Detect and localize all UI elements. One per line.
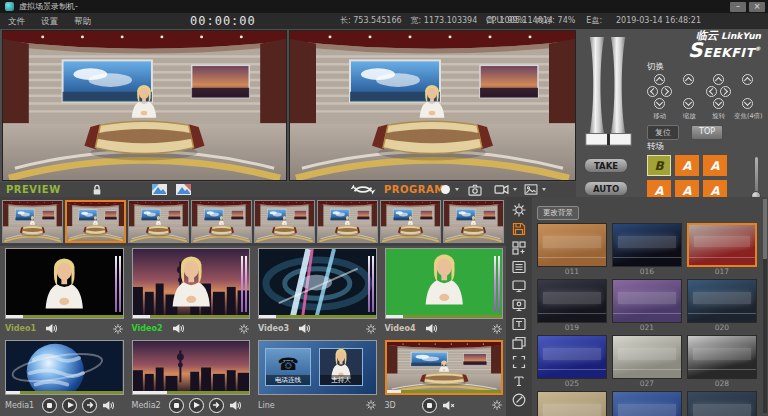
dpad-down-button[interactable] xyxy=(683,98,694,109)
record-icon[interactable] xyxy=(440,182,459,197)
scene-thumb-p10[interactable] xyxy=(612,391,682,416)
speaker-icon[interactable] xyxy=(298,323,311,334)
preset-thumb-2[interactable] xyxy=(65,200,126,243)
scene-thumb-021[interactable]: 021 xyxy=(612,279,682,333)
preset-thumb-4[interactable] xyxy=(191,200,252,243)
Media2-thumbnail[interactable] xyxy=(132,340,251,395)
dpad-up-button[interactable] xyxy=(713,74,724,85)
gear-icon[interactable] xyxy=(491,399,503,411)
Media1-thumbnail[interactable] xyxy=(5,340,124,395)
speaker-icon[interactable] xyxy=(425,323,438,334)
3D-thumbnail[interactable] xyxy=(385,340,504,395)
gear-icon[interactable] xyxy=(238,323,250,335)
preset-thumb-5[interactable] xyxy=(254,200,315,243)
scene-thumb-025[interactable]: 025 xyxy=(537,335,607,389)
next-icon[interactable] xyxy=(209,398,224,413)
dpad-left-button[interactable] xyxy=(647,86,658,97)
scene-thumb-028[interactable]: 028 xyxy=(687,335,757,389)
auto-button[interactable]: AUTO xyxy=(584,181,628,196)
preset-thumb-3[interactable] xyxy=(128,200,189,243)
dpad-right-button[interactable] xyxy=(720,86,731,97)
layers-icon[interactable] xyxy=(510,334,528,351)
top-button[interactable]: TOP xyxy=(691,125,723,140)
take-button[interactable]: TAKE xyxy=(584,158,628,173)
camera-icon[interactable] xyxy=(468,182,482,197)
stop-icon[interactable] xyxy=(169,398,184,413)
change-background-button[interactable]: 更改背景 xyxy=(537,206,579,220)
menu-item-2[interactable]: 帮助 xyxy=(74,13,91,29)
dpad-down-button[interactable] xyxy=(654,98,665,109)
picture-icon[interactable] xyxy=(524,182,546,197)
speaker-icon[interactable] xyxy=(229,400,242,411)
program-monitor[interactable] xyxy=(289,30,576,181)
monitor-icon[interactable] xyxy=(510,277,528,294)
transition-button-2[interactable]: A xyxy=(703,155,727,176)
speaker-icon[interactable] xyxy=(45,323,58,334)
transition-button-0[interactable]: B xyxy=(647,155,671,176)
minimize-button[interactable]: – xyxy=(730,2,746,12)
fader-column: TAKE AUTO xyxy=(577,29,639,197)
dpad-up-button[interactable] xyxy=(742,74,753,85)
t-bar-fader[interactable] xyxy=(580,37,636,149)
wipe-b-icon[interactable] xyxy=(176,182,191,197)
lock-icon[interactable] xyxy=(92,182,102,197)
pen-icon[interactable] xyxy=(510,391,528,408)
scene-thumb-020[interactable]: 020 xyxy=(687,279,757,333)
preset-thumb-6[interactable] xyxy=(317,200,378,243)
Video2-thumbnail[interactable] xyxy=(132,248,251,319)
dpad-left-button[interactable] xyxy=(706,86,717,97)
scene-thumb-017[interactable]: 017 xyxy=(687,223,757,277)
play-icon[interactable] xyxy=(189,398,204,413)
videocam-icon[interactable] xyxy=(494,182,517,197)
preview-monitor[interactable] xyxy=(2,30,287,181)
gear-icon[interactable] xyxy=(365,323,377,335)
frame-icon[interactable] xyxy=(510,353,528,370)
phone-line-item[interactable]: ☎ 电话连线 xyxy=(265,348,311,386)
text-box-icon[interactable] xyxy=(510,315,528,332)
speaker-muted-icon[interactable] xyxy=(442,400,455,411)
scene-thumb-p9[interactable] xyxy=(537,391,607,416)
gear-icon[interactable] xyxy=(365,399,377,411)
Line-thumbnail[interactable]: ☎ 电话连线 主持人 xyxy=(258,340,377,395)
scrollbar[interactable] xyxy=(763,199,767,413)
scene-thumb-p11[interactable] xyxy=(687,391,757,416)
transition-button-1[interactable]: A xyxy=(675,155,699,176)
menu-item-1[interactable]: 设置 xyxy=(41,13,58,29)
reset-button[interactable]: 复位 xyxy=(647,125,679,140)
scrollbar-thumb[interactable] xyxy=(763,199,767,259)
preset-thumb-7[interactable] xyxy=(380,200,441,243)
gear-icon[interactable] xyxy=(491,323,503,335)
stop-icon[interactable] xyxy=(422,398,437,413)
layout-icon[interactable] xyxy=(510,239,528,256)
Video4-thumbnail[interactable] xyxy=(385,248,504,319)
Video3-thumbnail[interactable] xyxy=(258,248,377,319)
scene-thumb-011[interactable]: 011 xyxy=(537,223,607,277)
dpad-up-button[interactable] xyxy=(683,74,694,85)
next-icon[interactable] xyxy=(82,398,97,413)
gear-icon[interactable] xyxy=(510,201,528,218)
monitor-bulb-icon[interactable] xyxy=(510,296,528,313)
preset-thumb-8[interactable] xyxy=(443,200,504,243)
Video1-thumbnail[interactable] xyxy=(5,248,124,319)
dpad-up-button[interactable] xyxy=(654,74,665,85)
dpad-down-button[interactable] xyxy=(713,98,724,109)
list-icon[interactable] xyxy=(510,258,528,275)
speaker-icon[interactable] xyxy=(102,400,115,411)
dpad-down-button[interactable] xyxy=(742,98,753,109)
play-icon[interactable] xyxy=(62,398,77,413)
wipe-a-icon[interactable] xyxy=(152,182,167,197)
close-button[interactable]: × xyxy=(749,2,765,12)
host-item[interactable]: 主持人 xyxy=(319,348,363,386)
menu-item-0[interactable]: 文件 xyxy=(8,13,25,29)
scene-thumb-016[interactable]: 016 xyxy=(612,223,682,277)
scene-thumb-019[interactable]: 019 xyxy=(537,279,607,333)
gear-icon[interactable] xyxy=(112,323,124,335)
preset-thumb-1[interactable] xyxy=(2,200,63,243)
stop-icon[interactable] xyxy=(42,398,57,413)
speaker-icon[interactable] xyxy=(172,323,185,334)
dpad-right-button[interactable] xyxy=(661,86,672,97)
text-icon[interactable] xyxy=(510,372,528,389)
swap-icon[interactable] xyxy=(350,182,376,197)
save-icon[interactable] xyxy=(510,220,528,237)
scene-thumb-027[interactable]: 027 xyxy=(612,335,682,389)
